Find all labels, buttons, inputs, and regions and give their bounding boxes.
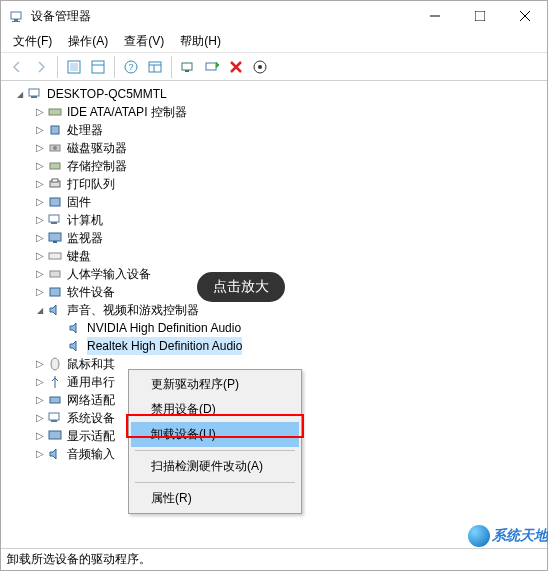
status-text: 卸载所选设备的驱动程序。 [7,551,151,568]
audio-icon [47,302,63,318]
context-menu: 更新驱动程序(P) 禁用设备(D) 卸载设备(U) 扫描检测硬件改动(A) 属性… [128,369,302,514]
zoom-tooltip[interactable]: 点击放大 [197,272,285,302]
svg-rect-8 [70,63,78,71]
tree-item[interactable]: 监视器 [67,229,103,247]
tree-item[interactable]: 人体学输入设备 [67,265,151,283]
tree-item[interactable]: 打印队列 [67,175,115,193]
mouse-icon [47,356,63,372]
twisty-icon[interactable] [33,283,47,301]
twisty-icon[interactable] [33,355,47,373]
menu-action[interactable]: 操作(A) [60,31,116,52]
tree-item-selected[interactable]: Realtek High Definition Audio [87,337,242,355]
menu-scan-hardware[interactable]: 扫描检测硬件改动(A) [131,454,299,479]
tree-item[interactable]: IDE ATA/ATAPI 控制器 [67,103,187,121]
cpu-icon [47,122,63,138]
tree-item[interactable]: 系统设备 [67,409,115,427]
toolbar-btn-1[interactable] [62,55,86,79]
scan-button[interactable] [176,55,200,79]
watermark-text: 系统天地 [492,527,548,545]
tree-item[interactable]: 网络适配 [67,391,115,409]
uninstall-button[interactable] [224,55,248,79]
tree-item[interactable]: 声音、视频和游戏控制器 [67,301,199,319]
refresh-button[interactable] [248,55,272,79]
tree-item[interactable]: 处理器 [67,121,103,139]
svg-rect-43 [51,420,57,422]
menu-file[interactable]: 文件(F) [5,31,60,52]
forward-button[interactable] [29,55,53,79]
tree-item[interactable]: 音频输入 [67,445,115,463]
hid-icon [47,266,63,282]
menu-properties[interactable]: 属性(R) [131,486,299,511]
svg-rect-33 [49,215,59,222]
toolbar: ? [1,53,547,81]
twisty-icon[interactable] [33,265,47,283]
tree-item[interactable]: 计算机 [67,211,103,229]
tree-item[interactable]: 键盘 [67,247,91,265]
toolbar-btn-3[interactable] [143,55,167,79]
minimize-button[interactable] [412,1,457,31]
svg-rect-34 [51,222,57,224]
svg-rect-36 [53,241,57,243]
svg-point-40 [51,358,59,370]
tree-item[interactable]: 磁盘驱动器 [67,139,127,157]
twisty-icon[interactable] [33,139,47,157]
svg-point-22 [258,65,262,69]
back-button[interactable] [5,55,29,79]
twisty-icon[interactable] [33,193,47,211]
tree-item[interactable]: 通用串行 [67,373,115,391]
twisty-icon[interactable] [33,103,47,121]
twisty-icon[interactable] [33,247,47,265]
computer-icon [47,212,63,228]
tree-item[interactable]: 存储控制器 [67,157,127,175]
svg-text:?: ? [128,62,133,72]
svg-rect-2 [12,21,20,22]
twisty-icon[interactable] [33,121,47,139]
twisty-icon[interactable] [33,391,47,409]
keyboard-icon [47,248,63,264]
monitor-icon [47,230,63,246]
tree-item[interactable]: 显示适配 [67,427,115,445]
svg-rect-44 [49,431,61,439]
watermark-icon [468,525,490,547]
firmware-icon [47,194,63,210]
svg-rect-1 [14,19,18,21]
tree-root[interactable]: DESKTOP-QC5MMTL [47,85,167,103]
ide-icon [47,104,63,120]
svg-rect-25 [49,109,61,115]
menubar: 文件(F) 操作(A) 查看(V) 帮助(H) [1,31,547,53]
twisty-icon[interactable] [33,409,47,427]
help-button[interactable]: ? [119,55,143,79]
svg-rect-41 [50,397,60,403]
tree-item[interactable]: 软件设备 [67,283,115,301]
twisty-icon[interactable] [33,301,47,320]
menu-disable-device[interactable]: 禁用设备(D) [131,397,299,422]
twisty-icon[interactable] [13,85,27,104]
audio-icon [67,320,83,336]
twisty-icon[interactable] [33,229,47,247]
twisty-icon[interactable] [33,157,47,175]
tree-item[interactable]: 鼠标和其 [67,355,115,373]
twisty-icon[interactable] [33,373,47,391]
svg-point-28 [53,146,57,150]
svg-rect-9 [92,61,104,73]
maximize-button[interactable] [457,1,502,31]
svg-rect-31 [52,179,58,182]
add-legacy-button[interactable] [200,55,224,79]
watermark: 系统天地 [468,525,548,547]
twisty-icon[interactable] [33,427,47,445]
tree-item[interactable]: 固件 [67,193,91,211]
disk-icon [47,140,63,156]
toolbar-btn-2[interactable] [86,55,110,79]
twisty-icon[interactable] [33,211,47,229]
menu-update-driver[interactable]: 更新驱动程序(P) [131,372,299,397]
twisty-icon[interactable] [33,445,47,463]
twisty-icon[interactable] [33,175,47,193]
menu-view[interactable]: 查看(V) [116,31,172,52]
menu-help[interactable]: 帮助(H) [172,31,229,52]
usb-icon [47,374,63,390]
svg-rect-24 [31,96,37,98]
close-button[interactable] [502,1,547,31]
audio-icon [67,338,83,354]
tree-item[interactable]: NVIDIA High Definition Audio [87,319,241,337]
menu-uninstall-device[interactable]: 卸载设备(U) [131,422,299,447]
